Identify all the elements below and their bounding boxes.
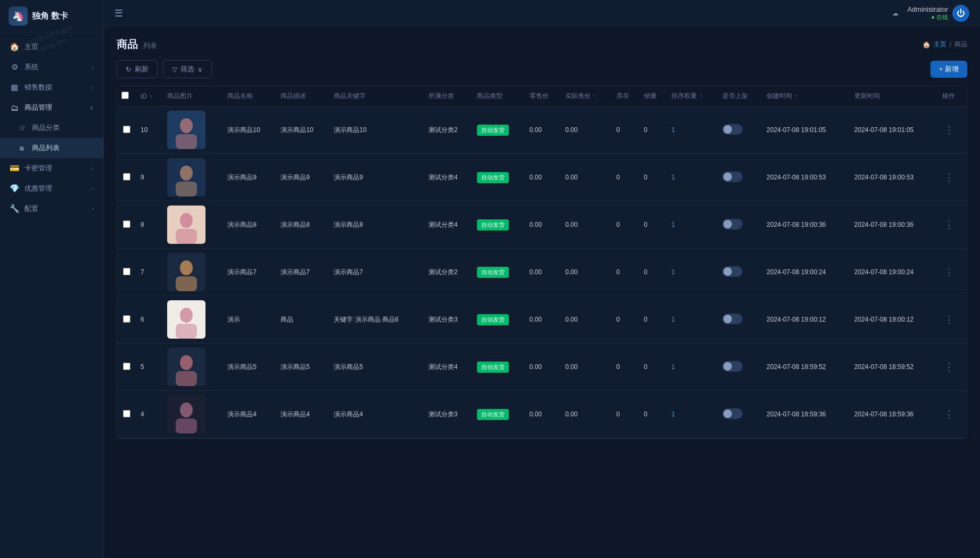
th-stock: 库存: [612, 86, 640, 106]
sort-weight-link-7[interactable]: 1: [671, 268, 675, 276]
row-type-4: 自动发货: [473, 391, 525, 438]
row-updated-at-5: 2024-07-08 18:59:52: [850, 343, 938, 391]
power-button[interactable]: ⏻: [952, 5, 969, 22]
svg-rect-8: [176, 229, 197, 244]
sidebar-item-coupon-mgmt[interactable]: 💎 优惠管理 ‹: [0, 178, 103, 199]
row-checkbox-4[interactable]: [123, 410, 130, 417]
more-action-button-5[interactable]: ⋮: [942, 359, 956, 374]
more-action-button-7[interactable]: ⋮: [942, 265, 956, 280]
th-actual-price[interactable]: 实际售价 ↑: [561, 86, 612, 106]
more-action-button-4[interactable]: ⋮: [942, 407, 956, 422]
row-checkbox-6[interactable]: [123, 315, 130, 323]
row-name-7: 演示商品7: [223, 249, 276, 296]
page-title-group: 商品 列表: [117, 37, 157, 52]
row-desc-6: 商品: [276, 296, 330, 343]
more-action-button-10[interactable]: ⋮: [942, 122, 956, 137]
th-id[interactable]: ID ↑: [136, 86, 163, 106]
sidebar: 🦄 独角 数卡 全部有综合资源网douvip.com 🏠 主页 ⚙ 系统 ‹ ▦…: [0, 0, 104, 558]
sort-weight-link-10[interactable]: 1: [671, 126, 675, 134]
sort-weight-link-4[interactable]: 1: [671, 411, 675, 418]
sidebar-item-product-mgmt[interactable]: 🗂 商品管理 ∨: [0, 97, 103, 118]
row-action-5: ⋮: [938, 343, 967, 391]
more-action-button-9[interactable]: ⋮: [942, 170, 956, 185]
product-table: ID ↑ 商品图片 商品名称 商品描述 商品关键字 所属分类 商品类型 零售价 …: [117, 86, 967, 438]
row-checkbox-9[interactable]: [123, 173, 130, 180]
row-created-at-8: 2024-07-08 19:00:36: [762, 201, 850, 249]
row-checkbox-7[interactable]: [123, 268, 130, 275]
row-sort-weight-8: 1: [667, 201, 718, 249]
filter-label: 筛选: [180, 64, 194, 74]
row-checkbox-cell: [117, 296, 136, 343]
row-on-sale-7: [718, 249, 762, 296]
sidebar-item-config[interactable]: 🔧 配置 ‹: [0, 199, 103, 219]
row-checkbox-10[interactable]: [123, 126, 130, 133]
sidebar-item-home[interactable]: 🏠 主页: [0, 37, 103, 57]
row-action-8: ⋮: [938, 201, 967, 249]
page-header: 商品 列表 🏠 主页 / 商品: [117, 37, 967, 52]
row-action-6: ⋮: [938, 296, 967, 343]
svg-rect-2: [176, 134, 197, 149]
row-sort-weight-10: 1: [667, 106, 718, 154]
on-sale-toggle-9[interactable]: [722, 171, 743, 182]
on-sale-toggle-6[interactable]: [722, 314, 743, 324]
sidebar-item-product-category[interactable]: ☆ 商品分类: [0, 118, 103, 138]
row-type-8: 自动发货: [473, 201, 525, 249]
new-product-button[interactable]: + 新增: [930, 61, 967, 78]
th-created-at[interactable]: 创建时间 ↑: [762, 86, 850, 106]
row-name-6: 演示: [223, 296, 276, 343]
chevron-right-icon-config: ‹: [92, 206, 94, 212]
chevron-right-icon-sales: ‹: [92, 84, 94, 91]
sidebar-item-product-list[interactable]: ≡ 商品列表: [0, 138, 103, 158]
th-desc: 商品描述: [276, 86, 330, 106]
select-all-checkbox[interactable]: [121, 92, 129, 99]
more-action-button-6[interactable]: ⋮: [942, 312, 956, 327]
sidebar-item-card-mgmt[interactable]: 💳 卡密管理 ‹: [0, 158, 103, 178]
sidebar-item-product-mgmt-label: 商品管理: [24, 103, 84, 112]
row-actual-price-8: 0.00: [561, 201, 612, 249]
sidebar-logo: 🦄 独角 数卡: [0, 0, 103, 32]
on-sale-toggle-8[interactable]: [722, 219, 743, 229]
main-content: ☰ ☁ Administrator ● 在线 ⏻ 商品 列表 🏠 主页 / 商品: [104, 0, 980, 558]
breadcrumb-home-link[interactable]: 主页: [934, 40, 946, 49]
filter-button[interactable]: ▽ 筛选 ∨: [163, 60, 212, 78]
sidebar-item-system[interactable]: ⚙ 系统 ‹: [0, 57, 103, 77]
row-keyword-4: 演示商品4: [330, 391, 424, 438]
row-retail-price-4: 0.00: [525, 391, 561, 438]
table-body: 10 演示商品10 演示商品10 演示商品10 测试分类2 自动发货 0.00 …: [117, 106, 967, 438]
sidebar-item-card-mgmt-label: 卡密管理: [24, 163, 86, 173]
row-id-9: 9: [136, 154, 163, 201]
sidebar-item-sales[interactable]: ▦ 销售数据 ‹: [0, 77, 103, 97]
menu-toggle-icon[interactable]: ☰: [114, 7, 123, 19]
row-sales-6: 0: [640, 296, 668, 343]
svg-point-4: [180, 166, 193, 180]
th-sort-weight[interactable]: 排序权重 ↑: [667, 86, 718, 106]
row-action-4: ⋮: [938, 391, 967, 438]
row-type-9: 自动发货: [473, 154, 525, 201]
more-action-button-8[interactable]: ⋮: [942, 217, 956, 232]
row-actual-price-6: 0.00: [561, 296, 612, 343]
on-sale-toggle-10[interactable]: [722, 124, 743, 135]
row-checkbox-cell: [117, 391, 136, 438]
on-sale-toggle-5[interactable]: [722, 361, 743, 372]
sidebar-item-home-label: 主页: [24, 42, 94, 52]
row-type-5: 自动发货: [473, 343, 525, 391]
row-keyword-7: 演示商品7: [330, 249, 424, 296]
row-id-7: 7: [136, 249, 163, 296]
on-sale-toggle-4[interactable]: [722, 408, 743, 419]
sort-weight-link-9[interactable]: 1: [671, 174, 675, 181]
row-created-at-7: 2024-07-08 19:00:24: [762, 249, 850, 296]
sidebar-item-sales-label: 销售数据: [24, 83, 86, 92]
refresh-button[interactable]: ↻ 刷新: [117, 60, 158, 78]
sort-weight-link-6[interactable]: 1: [671, 316, 675, 323]
sort-icon-id: ↑: [150, 94, 152, 100]
sort-weight-link-8[interactable]: 1: [671, 221, 675, 228]
th-type: 商品类型: [473, 86, 525, 106]
row-checkbox-8[interactable]: [123, 220, 130, 228]
on-sale-toggle-7[interactable]: [722, 266, 743, 277]
row-created-at-4: 2024-07-08 18:59:36: [762, 391, 850, 438]
row-retail-price-8: 0.00: [525, 201, 561, 249]
svg-point-1: [180, 118, 193, 133]
diamond-icon: 💎: [10, 184, 19, 193]
sort-weight-link-5[interactable]: 1: [671, 363, 675, 371]
row-checkbox-5[interactable]: [123, 363, 130, 370]
